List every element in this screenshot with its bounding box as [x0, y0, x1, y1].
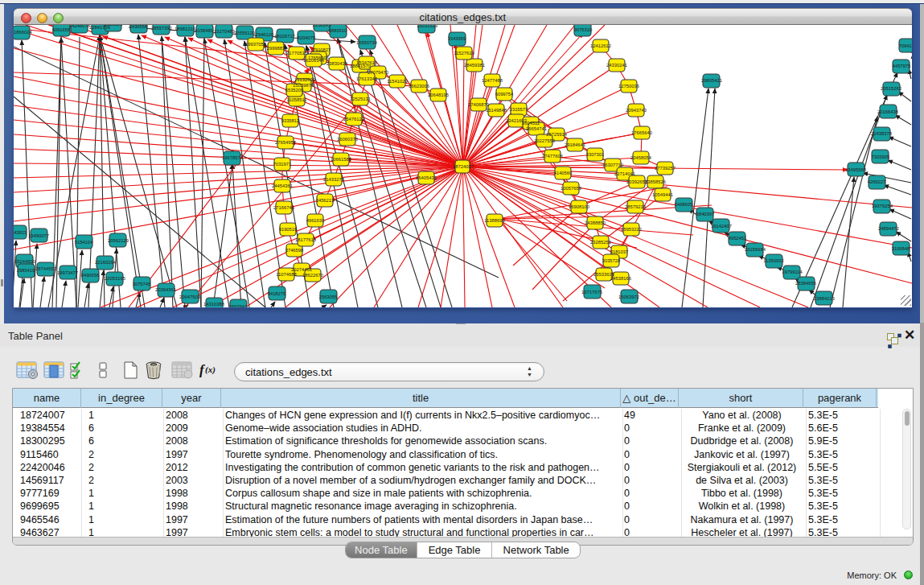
- svg-text:18724007: 18724007: [453, 164, 474, 169]
- svg-text:7303905: 7303905: [871, 154, 889, 159]
- svg-text:28744553: 28744553: [35, 266, 56, 271]
- svg-text:8418275: 8418275: [267, 291, 285, 296]
- svg-text:20943743: 20943743: [626, 108, 647, 113]
- svg-text:19490077: 19490077: [28, 233, 49, 238]
- svg-text:27166740: 27166740: [273, 205, 294, 210]
- svg-text:27739257: 27739257: [655, 166, 676, 171]
- svg-text:9335812: 9335812: [281, 118, 299, 123]
- svg-text:11350932: 11350932: [763, 258, 783, 263]
- svg-text:18026717: 18026717: [274, 34, 295, 39]
- svg-text:4269227: 4269227: [867, 179, 885, 184]
- svg-text:2946120: 2946120: [255, 32, 273, 37]
- svg-text:4140560: 4140560: [553, 171, 572, 175]
- svg-text:21770515: 21770515: [286, 51, 307, 56]
- svg-text:20515263: 20515263: [881, 86, 901, 91]
- svg-text:21433273: 21433273: [323, 177, 344, 182]
- svg-text:9075310: 9075310: [573, 27, 592, 32]
- svg-text:11058511: 11058511: [286, 97, 306, 102]
- svg-text:20156684: 20156684: [745, 247, 766, 252]
- svg-text:19142407: 19142407: [711, 224, 732, 229]
- svg-text:4158480: 4158480: [195, 28, 213, 33]
- svg-text:8204075: 8204075: [297, 35, 315, 40]
- svg-text:11541029: 11541029: [387, 79, 407, 84]
- svg-text:20555120: 20555120: [234, 31, 255, 35]
- svg-text:2620223: 2620223: [104, 25, 122, 27]
- svg-text:3075745: 3075745: [132, 282, 150, 286]
- svg-text:10057659: 10057659: [561, 186, 581, 191]
- svg-text:4952451: 4952451: [728, 236, 746, 241]
- svg-text:11866024: 11866024: [14, 30, 32, 35]
- svg-text:20458054: 20458054: [630, 155, 652, 160]
- svg-text:18622670: 18622670: [302, 273, 323, 278]
- svg-text:5840397: 5840397: [696, 212, 714, 216]
- svg-text:4043823: 4043823: [14, 230, 27, 235]
- svg-text:3456213: 3456213: [315, 198, 334, 203]
- svg-text:23858526: 23858526: [645, 179, 666, 184]
- svg-text:15031529: 15031529: [417, 25, 437, 28]
- svg-text:20166438: 20166438: [877, 109, 898, 114]
- svg-text:2663941: 2663941: [228, 304, 247, 307]
- svg-text:24538166: 24538166: [610, 276, 631, 281]
- svg-text:24330241: 24330241: [606, 63, 627, 68]
- svg-text:15347616: 15347616: [356, 60, 377, 65]
- svg-text:8490656: 8490656: [80, 273, 99, 278]
- svg-text:23884213: 23884213: [814, 296, 835, 301]
- svg-text:7910827: 7910827: [312, 47, 331, 52]
- svg-text:3604511: 3604511: [521, 121, 539, 126]
- svg-text:10661588: 10661588: [331, 157, 351, 162]
- svg-text:3035728: 3035728: [602, 258, 620, 263]
- svg-text:15550734: 15550734: [356, 40, 378, 45]
- svg-text:3181037: 3181037: [610, 249, 628, 254]
- svg-text:15149848: 15149848: [486, 108, 507, 113]
- svg-text:23830434: 23830434: [326, 61, 348, 66]
- svg-text:22160294: 22160294: [95, 260, 117, 265]
- svg-text:23285250: 23285250: [590, 240, 611, 245]
- svg-text:2999883: 2999883: [266, 46, 285, 51]
- svg-text:12525131: 12525131: [350, 97, 371, 101]
- svg-text:16206344: 16206344: [303, 58, 325, 63]
- svg-text:13132690: 13132690: [294, 77, 315, 82]
- svg-text:5468605: 5468605: [674, 202, 692, 207]
- svg-text:15063972: 15063972: [618, 295, 639, 299]
- svg-text:2258145: 2258145: [312, 25, 331, 27]
- svg-text:14248078: 14248078: [69, 25, 90, 28]
- svg-text:28557392: 28557392: [151, 26, 172, 31]
- svg-text:29184641: 29184641: [565, 142, 585, 147]
- svg-text:3307301: 3307301: [585, 152, 604, 157]
- svg-text:19973477: 19973477: [57, 270, 78, 275]
- svg-text:27654952: 27654952: [275, 140, 296, 145]
- svg-text:20648195: 20648195: [428, 93, 449, 97]
- svg-text:10549441: 10549441: [652, 192, 673, 197]
- svg-text:28459381: 28459381: [464, 63, 485, 68]
- svg-text:16060376: 16060376: [337, 137, 358, 142]
- svg-text:13270483: 13270483: [214, 29, 235, 34]
- svg-text:20647509: 20647509: [179, 295, 200, 299]
- svg-text:28579219: 28579219: [625, 204, 646, 209]
- svg-text:24894472: 24894472: [878, 226, 899, 231]
- svg-text:17406879: 17406879: [468, 102, 489, 107]
- svg-text:7031971: 7031971: [273, 162, 291, 167]
- svg-text:17665640: 17665640: [631, 130, 652, 135]
- svg-text:3430558: 3430558: [129, 25, 147, 29]
- svg-text:11388699: 11388699: [484, 218, 504, 223]
- svg-text:3746598: 3746598: [285, 248, 303, 253]
- svg-text:14310388: 14310388: [203, 302, 224, 307]
- svg-text:6099754: 6099754: [495, 92, 513, 97]
- svg-text:18177615: 18177615: [295, 237, 316, 242]
- svg-text:5154104: 5154104: [74, 240, 92, 245]
- svg-text:19937057: 19937057: [245, 42, 266, 47]
- svg-text:17613348: 17613348: [356, 76, 377, 81]
- svg-text:19678574: 19678574: [222, 155, 244, 160]
- svg-text:20392657: 20392657: [626, 179, 647, 184]
- svg-text:7064171: 7064171: [898, 43, 911, 48]
- svg-text:2315577: 2315577: [509, 107, 528, 112]
- svg-text:9190519: 9190519: [278, 227, 297, 232]
- svg-text:2983419: 2983419: [16, 268, 35, 273]
- svg-text:24388850: 24388850: [585, 220, 606, 225]
- svg-text:20364361: 20364361: [155, 287, 176, 292]
- svg-text:26654741: 26654741: [526, 126, 547, 131]
- svg-text:16307710: 16307710: [602, 163, 623, 167]
- svg-text:22438378: 22438378: [871, 131, 892, 136]
- svg-text:11527619: 11527619: [454, 51, 474, 56]
- svg-text:3106848: 3106848: [891, 246, 910, 251]
